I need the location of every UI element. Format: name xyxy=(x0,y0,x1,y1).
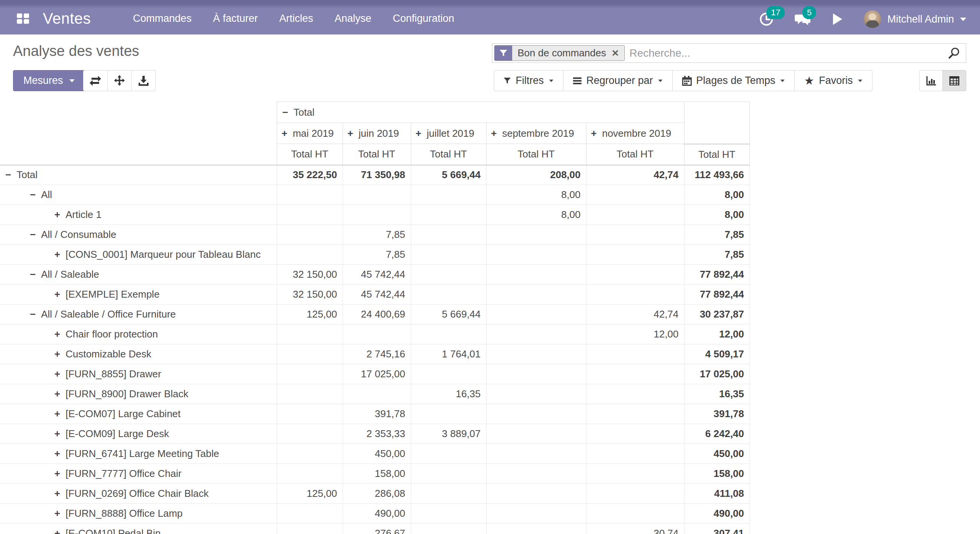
pivot-row: +[E-COM09] Large Desk2 353,333 889,076 2… xyxy=(0,424,750,444)
user-avatar xyxy=(864,10,881,28)
menu-item-a-facturer[interactable]: À facturer xyxy=(213,13,258,25)
pivot-value-cell xyxy=(486,504,586,524)
pivot-row-header[interactable]: +[FURN_8888] Office Lamp xyxy=(0,504,277,524)
pivot-col-header-juin-2019[interactable]: +juin 2019 xyxy=(343,123,411,144)
pivot-value-cell: 16,35 xyxy=(684,384,750,404)
pivot-value-cell xyxy=(486,444,586,464)
pivot-row-header[interactable]: +[E-COM10] Pedal Bin xyxy=(0,524,277,534)
pivot-value-cell: 8,00 xyxy=(684,205,750,225)
pivot-row-label: [FURN_7777] Office Chair xyxy=(65,468,181,479)
pivot-value-cell xyxy=(411,504,486,524)
activities-button[interactable]: 17 xyxy=(759,11,774,27)
filters-button[interactable]: Filtres xyxy=(494,70,564,91)
pivot-value-cell: 5 669,44 xyxy=(411,165,486,185)
menu-item-configuration[interactable]: Configuration xyxy=(393,13,454,25)
expand-icon: + xyxy=(54,249,60,260)
play-tour-button[interactable] xyxy=(832,13,843,25)
pivot-row-header[interactable]: +[FURN_7777] Office Chair xyxy=(0,464,277,484)
pivot-row-header[interactable]: +[FURN_8855] Drawer xyxy=(0,364,277,384)
pivot-value-cell: 208,00 xyxy=(486,165,586,185)
messages-button[interactable]: 5 xyxy=(795,11,812,27)
pivot-row-label: All / Saleable / Office Furniture xyxy=(41,308,176,320)
pivot-row-header[interactable]: +[EXEMPLE] Exemple xyxy=(0,285,277,305)
caret-down-icon xyxy=(658,79,662,82)
expand-all-button[interactable] xyxy=(107,70,132,91)
pivot-measure-header[interactable]: Total HT xyxy=(486,144,586,165)
pivot-row-header[interactable]: +[E-COM09] Large Desk xyxy=(0,424,277,444)
pivot-col-header-mai-2019[interactable]: +mai 2019 xyxy=(277,123,343,144)
pivot-row-header[interactable]: +[CONS_0001] Marqueur pour Tableau Blanc xyxy=(0,245,277,265)
expand-icon: + xyxy=(54,348,60,360)
pivot-value-cell xyxy=(277,424,343,444)
pivot-value-cell: 42,74 xyxy=(586,165,684,185)
pivot-row-header[interactable]: +Article 1 xyxy=(0,205,277,225)
groupby-label: Regrouper par xyxy=(586,75,653,87)
pivot-total-col-header[interactable] xyxy=(684,102,750,144)
app-name[interactable]: Ventes xyxy=(43,10,91,27)
pivot-measure-header[interactable]: Total HT xyxy=(586,144,684,165)
pivot-row: +[FURN_8855] Drawer17 025,0017 025,00 xyxy=(0,364,750,384)
apps-menu-button[interactable] xyxy=(13,8,33,28)
pivot-measure-header[interactable]: Total HT xyxy=(343,144,411,165)
pivot-row-header[interactable]: +[FURN_8900] Drawer Black xyxy=(0,384,277,404)
caret-down-icon xyxy=(960,18,966,21)
pivot-value-cell: 125,00 xyxy=(277,484,343,504)
pivot-row-header[interactable]: +[E-COM07] Large Cabinet xyxy=(0,404,277,424)
search-input[interactable] xyxy=(625,47,947,59)
timeranges-button[interactable]: Plages de Temps xyxy=(672,70,795,91)
pivot-row-header[interactable]: +[FURN_0269] Office Chair Black xyxy=(0,484,277,504)
collapse-icon: − xyxy=(30,229,36,241)
search-box[interactable]: Bon de commandes ✕ xyxy=(492,43,966,63)
top-navbar: Ventes Commandes À facturer Articles Ana… xyxy=(0,0,980,34)
pivot-header-months-row: +mai 2019 +juin 2019 +juillet 2019 +sept… xyxy=(0,123,750,144)
pivot-value-cell xyxy=(411,444,486,464)
pivot-measure-header[interactable]: Total HT xyxy=(684,144,750,165)
user-menu[interactable]: Mitchell Admin xyxy=(864,10,966,28)
menu-item-articles[interactable]: Articles xyxy=(279,13,313,25)
pivot-row-header[interactable]: +Chair floor protection xyxy=(0,324,277,344)
col-label: juin 2019 xyxy=(359,128,399,139)
pivot-col-header-juillet-2019[interactable]: +juillet 2019 xyxy=(411,123,486,144)
search-icon[interactable] xyxy=(947,47,960,60)
pivot-row-header[interactable]: −All / Saleable / Office Furniture xyxy=(0,305,277,324)
groupby-button[interactable]: Regrouper par xyxy=(563,70,673,91)
pivot-row-header[interactable]: −All / Saleable xyxy=(0,265,277,285)
pivot-row-label: [E-COM09] Large Desk xyxy=(65,428,169,439)
pivot-row-label: All xyxy=(41,189,52,200)
collapse-icon: − xyxy=(30,189,36,201)
pivot-value-cell: 411,08 xyxy=(684,484,750,504)
pivot-value-cell: 8,00 xyxy=(684,185,750,205)
pivot-value-cell xyxy=(411,364,486,384)
pivot-row-label: [FURN_8888] Office Lamp xyxy=(65,508,183,519)
menu-item-analyse[interactable]: Analyse xyxy=(335,13,371,25)
pivot-row: +[E-COM10] Pedal Bin276,6730,74307,41 xyxy=(0,524,750,534)
pivot-row-header[interactable]: −Total xyxy=(0,165,277,185)
pivot-value-cell xyxy=(486,245,586,265)
expand-icon: + xyxy=(54,209,60,221)
expand-icon: + xyxy=(54,288,60,300)
pivot-row-header[interactable]: −All xyxy=(0,185,277,205)
pivot-value-cell: 7,85 xyxy=(343,245,411,265)
menu-item-commandes[interactable]: Commandes xyxy=(133,13,191,25)
expand-icon: + xyxy=(54,388,60,400)
pivot-row-header[interactable]: +Customizable Desk xyxy=(0,344,277,364)
pivot-value-cell xyxy=(486,484,586,504)
pivot-measure-header[interactable]: Total HT xyxy=(277,144,343,165)
pivot-colgroup-header[interactable]: −Total xyxy=(277,102,684,123)
pivot-row-header[interactable]: +[FURN_6741] Large Meeting Table xyxy=(0,444,277,464)
facet-remove-icon[interactable]: ✕ xyxy=(611,48,619,59)
graph-view-button[interactable] xyxy=(919,70,943,91)
download-button[interactable] xyxy=(131,70,156,91)
pivot-value-cell xyxy=(586,285,684,305)
pivot-value-cell: 45 742,44 xyxy=(343,265,411,285)
pivot-col-header-novembre-2019[interactable]: +novembre 2019 xyxy=(586,123,684,144)
favorites-button[interactable]: ★ Favoris xyxy=(794,70,872,91)
pivot-measure-header[interactable]: Total HT xyxy=(411,144,486,165)
pivot-col-header-septembre-2019[interactable]: +septembre 2019 xyxy=(486,123,586,144)
flip-axes-button[interactable] xyxy=(83,70,108,91)
expand-icon: + xyxy=(54,428,60,440)
measures-button[interactable]: Mesures xyxy=(13,70,85,91)
pivot-value-cell xyxy=(486,404,586,424)
pivot-row-header[interactable]: −All / Consumable xyxy=(0,225,277,245)
pivot-view-button[interactable] xyxy=(942,70,966,91)
